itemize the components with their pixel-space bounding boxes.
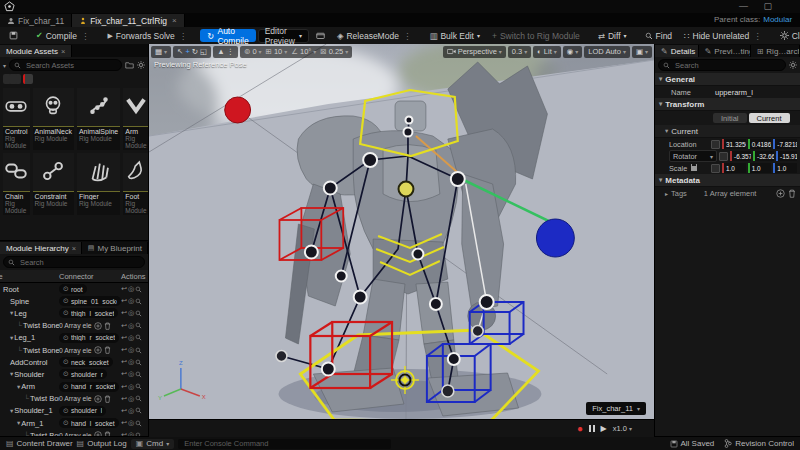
unreal-logo-icon[interactable] bbox=[4, 1, 15, 12]
switch-to-rig-module-button[interactable]: +Switch to Rig Module bbox=[487, 27, 585, 44]
lock-icon[interactable] bbox=[691, 166, 697, 171]
details-search[interactable] bbox=[658, 59, 786, 71]
expander-caret-icon[interactable]: ▾ bbox=[17, 383, 20, 391]
maximize-button[interactable]: ▢ bbox=[763, 1, 772, 11]
asset-card[interactable]: Arm Rig Module bbox=[123, 88, 148, 150]
filter-chevron-icon[interactable]: ▾ bbox=[3, 62, 6, 69]
revision-control-button[interactable]: Revision Control bbox=[724, 439, 794, 448]
hierarchy-row[interactable]: └ ▾ Shoulder_1 ⊙shoulder_l shoulder_l bbox=[0, 405, 148, 417]
class-settings-button[interactable]: Class Settings bbox=[775, 27, 800, 44]
add-item-icon[interactable] bbox=[94, 322, 102, 330]
hierarchy-search-input[interactable] bbox=[18, 257, 140, 268]
find-button[interactable]: Find bbox=[640, 27, 678, 44]
move-tool-icon[interactable]: + bbox=[185, 47, 189, 56]
close-icon[interactable]: × bbox=[72, 244, 76, 253]
inspect-icon[interactable] bbox=[135, 286, 142, 293]
value-z[interactable]: -7.8218 bbox=[773, 139, 797, 149]
inspect-icon[interactable] bbox=[135, 347, 142, 354]
trash-icon[interactable] bbox=[788, 189, 796, 198]
all-saved-button[interactable]: All Saved bbox=[670, 439, 715, 448]
expander-caret-icon[interactable]: ▾ bbox=[10, 309, 13, 317]
chest-control[interactable] bbox=[399, 182, 414, 197]
playback-speed-dropdown[interactable]: x1.0 ▾ bbox=[613, 424, 632, 433]
forwards-solve-button[interactable]: ▶Forwards Solve⋮ bbox=[102, 27, 192, 44]
hierarchy-row[interactable]: └ ▾ Arm ⊙hand_r_socket hand_r_socket bbox=[0, 381, 148, 393]
expander-caret-icon[interactable]: ▾ bbox=[17, 419, 20, 427]
details-search-input[interactable] bbox=[673, 60, 781, 71]
value-y[interactable]: 0.418673 bbox=[748, 139, 772, 149]
revert-icon[interactable]: ↩ bbox=[121, 334, 127, 342]
add-item-icon[interactable] bbox=[94, 395, 102, 403]
inspect-icon[interactable] bbox=[135, 359, 142, 366]
viewport-options-button[interactable]: ▦▾ bbox=[151, 46, 171, 58]
tab-rig-hierarchy[interactable]: ⊞Rig…archy bbox=[751, 45, 800, 57]
current-toggle[interactable]: Current bbox=[749, 113, 790, 123]
filter-chip[interactable] bbox=[23, 74, 33, 84]
connector-pill[interactable]: ⊙hand_l_socket bbox=[59, 418, 119, 428]
inspect-icon[interactable] bbox=[135, 420, 142, 427]
trash-icon[interactable] bbox=[104, 395, 111, 403]
save-button[interactable] bbox=[4, 27, 23, 44]
screenshot-dropdown[interactable]: ▣▾ bbox=[632, 46, 652, 58]
value-x[interactable]: 31.32505 bbox=[722, 139, 746, 149]
asset-card[interactable]: AnimalSpine Rig Module bbox=[77, 88, 120, 150]
folder-icon[interactable] bbox=[125, 61, 134, 69]
snap-control[interactable]: ∠10°▾ bbox=[291, 47, 316, 56]
close-tab-icon[interactable]: × bbox=[172, 16, 177, 25]
editor-preview-dropdown[interactable]: Editor Preview▾ bbox=[258, 29, 309, 43]
resolve-icon[interactable]: ◎ bbox=[128, 419, 134, 427]
close-icon[interactable]: × bbox=[61, 47, 65, 56]
resolve-icon[interactable]: ◎ bbox=[128, 346, 134, 354]
resolve-icon[interactable]: ◎ bbox=[128, 322, 134, 330]
add-item-icon[interactable] bbox=[94, 346, 102, 354]
vector-label[interactable]: Location bbox=[669, 140, 709, 149]
inspect-icon[interactable] bbox=[135, 371, 142, 378]
revert-icon[interactable]: ↩ bbox=[121, 358, 127, 366]
resolve-icon[interactable]: ◎ bbox=[128, 383, 134, 391]
asset-card[interactable]: Foot Rig Module bbox=[123, 153, 148, 215]
asset-card[interactable]: AnimalNeck Rig Module bbox=[33, 88, 74, 150]
section-general[interactable]: ▾General bbox=[655, 73, 800, 86]
cmd-dropdown[interactable]: ▣Cmd▾ bbox=[131, 439, 174, 449]
resolve-icon[interactable]: ◎ bbox=[128, 395, 134, 403]
revert-icon[interactable]: ↩ bbox=[121, 383, 127, 391]
revert-icon[interactable]: ↩ bbox=[121, 309, 127, 317]
console-input[interactable] bbox=[182, 438, 387, 449]
tab-fix-char-11[interactable]: Fix_char_11 bbox=[0, 14, 72, 27]
section-transform[interactable]: ▾Transform bbox=[655, 98, 800, 111]
column-module[interactable]: Module bbox=[0, 272, 3, 281]
console-input-box[interactable] bbox=[178, 439, 391, 449]
connector-pill[interactable]: ⊙root bbox=[59, 284, 87, 294]
inspect-icon[interactable] bbox=[135, 334, 142, 341]
scale-tool-icon[interactable]: ◱ bbox=[200, 47, 207, 56]
red-sphere-control[interactable] bbox=[225, 97, 251, 123]
inspect-icon[interactable] bbox=[135, 383, 142, 390]
revert-icon[interactable]: ↩ bbox=[121, 419, 127, 427]
output-log-button[interactable]: ▤Output Log bbox=[77, 439, 127, 448]
bulk-edit-button[interactable]: ▥Bulk Edit▾ bbox=[424, 27, 485, 44]
tab-module-assets[interactable]: Module Assets× bbox=[0, 45, 72, 57]
tab-fix-char-11-ctrlrig[interactable]: Fix_char_11_CtrlRig × bbox=[72, 14, 185, 27]
resolve-icon[interactable]: ◎ bbox=[128, 358, 134, 366]
expander-caret-icon[interactable]: ▾ bbox=[10, 370, 13, 378]
hide-unrelated-button[interactable]: ∷Hide Unrelated⋮ bbox=[679, 27, 767, 44]
resolve-icon[interactable]: ◎ bbox=[128, 334, 134, 342]
camera-speed-dropdown[interactable]: 0.3▾ bbox=[508, 46, 531, 58]
expander-caret-icon[interactable]: ▾ bbox=[10, 334, 13, 342]
section-metadata[interactable]: ▾Metadata bbox=[655, 174, 800, 187]
section-current[interactable]: ▾Current bbox=[655, 125, 800, 138]
connector-pill[interactable]: ⊙shoulder_l bbox=[59, 406, 106, 416]
asset-card[interactable]: Chain Rig Module bbox=[3, 153, 30, 215]
add-element-icon[interactable] bbox=[776, 189, 785, 198]
preview-actor-dropdown[interactable]: Fix_char_11▾ bbox=[586, 402, 646, 415]
inspect-icon[interactable] bbox=[135, 310, 142, 317]
revert-icon[interactable]: ↩ bbox=[121, 346, 127, 354]
revert-icon[interactable]: ↩ bbox=[121, 407, 127, 415]
revert-icon[interactable]: ↩ bbox=[121, 370, 127, 378]
revert-icon[interactable]: ↩ bbox=[121, 395, 127, 403]
connector-pill[interactable]: ⊙shoulder_r bbox=[59, 369, 107, 379]
tab-module-hierarchy[interactable]: Module Hierarchy× bbox=[0, 242, 82, 254]
value-x[interactable]: -6.35794 bbox=[730, 151, 751, 161]
release-mode-options-icon[interactable]: ⋮ bbox=[403, 31, 412, 41]
view-mode-dropdown[interactable]: ◐Lit▾ bbox=[533, 46, 560, 58]
